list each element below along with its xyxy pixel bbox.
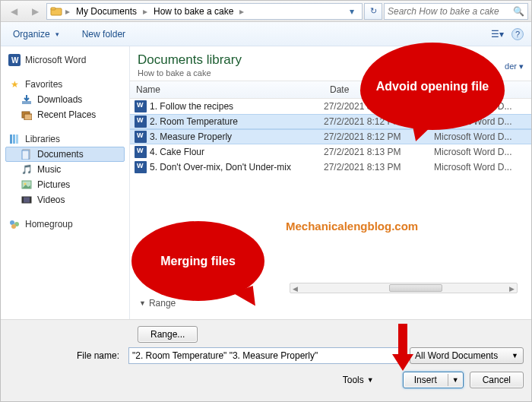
sidebar-item-homegroup[interactable]: Homegroup	[5, 217, 125, 232]
file-row[interactable]: 5. Don't Over-mix, Don't Under-mix27/2/2…	[130, 160, 531, 175]
cancel-button[interactable]: Cancel	[470, 372, 524, 388]
svg-rect-4	[22, 101, 31, 104]
sidebar-item-label: Favorites	[25, 79, 62, 90]
sidebar-item-documents[interactable]: Documents	[5, 147, 125, 162]
sidebar-item-word[interactable]: W Microsoft Word	[5, 52, 125, 68]
insert-label: Insert	[404, 372, 448, 388]
svg-rect-15	[22, 197, 24, 203]
new-folder-button[interactable]: New folder	[78, 27, 130, 42]
sidebar-item-videos[interactable]: Videos	[5, 192, 125, 207]
scroll-thumb[interactable]	[389, 284, 442, 292]
dropdown-icon[interactable]: ▾	[344, 6, 360, 17]
chevron-right-icon[interactable]: ▸	[238, 6, 245, 17]
toolbar: Organize New folder ☰▾ ?	[1, 22, 531, 46]
word-doc-icon	[135, 100, 147, 112]
file-row[interactable]: 4. Cake Flour27/2/2021 8:13 PMMicrosoft …	[130, 144, 531, 160]
help-button[interactable]: ?	[511, 28, 524, 40]
file-name: 2. Room Temperature	[150, 116, 238, 127]
search-icon: 🔍	[513, 6, 524, 17]
arrange-by-link[interactable]: der ▾	[505, 62, 524, 71]
annotation-avoid: Advoid opening file	[360, 43, 505, 130]
sidebar-item-label: Recent Places	[37, 109, 96, 120]
scroll-right-icon[interactable]: ▶	[509, 285, 515, 293]
tools-label: Tools	[343, 375, 364, 385]
svg-rect-8	[13, 135, 15, 144]
address-bar: ◀ ▶ ▸ My Documents ▸ How to bake a cake …	[1, 1, 531, 22]
file-date: 27/2/2021 8:13 PM	[324, 162, 434, 173]
refresh-button[interactable]: ↻	[364, 3, 382, 20]
recent-icon	[21, 109, 33, 121]
svg-text:W: W	[11, 56, 19, 65]
search-field[interactable]	[388, 6, 511, 17]
sidebar-item-label: Pictures	[37, 179, 70, 190]
file-name: 4. Cake Flour	[150, 147, 204, 157]
scroll-left-icon[interactable]: ◀	[293, 285, 298, 293]
insert-button[interactable]: Insert ▼	[403, 372, 464, 388]
svg-rect-7	[10, 135, 12, 144]
homegroup-icon	[8, 218, 21, 230]
sidebar-item-label: Downloads	[37, 94, 82, 105]
sidebar-item-label: Microsoft Word	[25, 55, 86, 65]
sidebar-item-label: Libraries	[25, 134, 60, 144]
sidebar-item-label: Homegroup	[25, 219, 73, 229]
chevron-down-icon[interactable]: ▼	[139, 299, 146, 307]
filename-input[interactable]	[128, 347, 404, 364]
folder-icon	[50, 5, 62, 17]
svg-point-19	[11, 224, 16, 229]
star-icon: ★	[8, 78, 21, 90]
nav-forward-button[interactable]: ▶	[25, 3, 45, 20]
sidebar-item-music[interactable]: 🎵 Music	[5, 162, 125, 177]
tools-menu[interactable]: Tools ▼	[343, 375, 374, 385]
chevron-down-icon: ▼	[367, 376, 374, 384]
documents-icon	[21, 148, 33, 160]
svg-rect-16	[30, 197, 31, 203]
insert-dropdown-icon[interactable]: ▼	[448, 374, 463, 386]
nav-back-button[interactable]: ◀	[4, 3, 24, 20]
pictures-icon	[21, 179, 33, 191]
arrow-annotation-icon	[396, 324, 410, 369]
watermark-text: Mechanicalengblog.com	[286, 220, 418, 233]
file-name: 5. Don't Over-mix, Don't Under-mix	[150, 162, 291, 173]
sidebar-item-label: Videos	[37, 195, 65, 205]
word-doc-icon	[135, 116, 147, 128]
file-name: 1. Follow the recipes	[150, 101, 233, 112]
sidebar-item-favorites[interactable]: ★ Favorites	[5, 77, 125, 92]
annotation-merge: Merging files	[131, 221, 264, 301]
search-input[interactable]: 🔍	[384, 3, 528, 20]
filter-label: All Word Documents	[415, 350, 498, 361]
file-type-filter[interactable]: All Word Documents ▼	[410, 347, 524, 364]
horizontal-scrollbar[interactable]: ◀ ▶	[290, 283, 518, 293]
filename-label: File name:	[8, 350, 122, 361]
breadcrumb-item[interactable]: My Documents	[71, 4, 141, 19]
svg-rect-11	[22, 150, 29, 160]
sidebar-item-label: Documents	[37, 149, 84, 160]
chevron-right-icon[interactable]: ▸	[141, 6, 149, 17]
sidebar-item-recent[interactable]: Recent Places	[5, 107, 125, 122]
dialog-footer: Range... File name: All Word Documents ▼…	[1, 319, 531, 402]
column-header-name[interactable]: Name	[130, 81, 324, 98]
file-type: Microsoft Word D...	[434, 162, 531, 173]
word-doc-icon	[135, 131, 147, 143]
chevron-right-icon[interactable]: ▸	[64, 6, 71, 17]
videos-icon	[21, 194, 33, 206]
range-collapsed-label: Range	[149, 298, 176, 309]
file-row[interactable]: 3. Measure Properly27/2/2021 8:12 PMMicr…	[130, 129, 531, 144]
breadcrumb[interactable]: ▸ My Documents ▸ How to bake a cake ▸ ▾	[46, 3, 363, 20]
organize-button[interactable]: Organize	[8, 27, 64, 42]
chevron-down-icon: ▼	[511, 352, 518, 359]
file-type: Microsoft Word D...	[434, 147, 531, 157]
file-type: Microsoft Word D...	[434, 131, 531, 142]
file-name: 3. Measure Properly	[150, 131, 232, 142]
svg-rect-9	[16, 135, 18, 144]
view-options-button[interactable]: ☰▾	[491, 29, 504, 40]
sidebar-item-pictures[interactable]: Pictures	[5, 177, 125, 192]
sidebar-item-downloads[interactable]: Downloads	[5, 92, 125, 107]
word-icon: W	[8, 54, 21, 66]
sidebar-item-libraries[interactable]: Libraries	[5, 131, 125, 147]
range-button[interactable]: Range...	[138, 326, 198, 343]
libraries-icon	[8, 133, 21, 145]
word-doc-icon	[135, 161, 147, 173]
svg-rect-1	[51, 8, 55, 10]
word-doc-icon	[135, 146, 147, 158]
breadcrumb-item[interactable]: How to bake a cake	[149, 4, 238, 19]
